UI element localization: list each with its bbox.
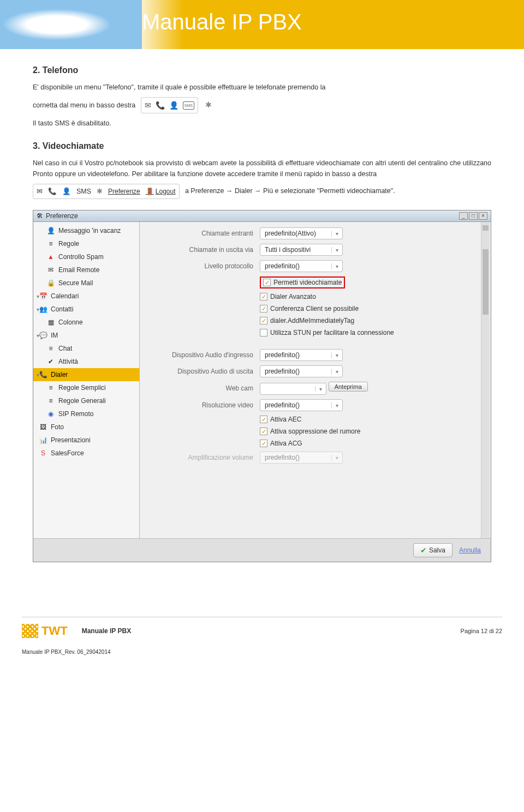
amplification-dropdown[interactable]: predefinito()▾ (260, 452, 343, 464)
text: Logout (156, 187, 176, 197)
sip-icon: ◉ (46, 410, 55, 418)
sidebar-item[interactable]: ◉SIP Remoto (33, 407, 139, 420)
label: Contatti (51, 305, 73, 313)
audio-out-dropdown[interactable]: predefinito()▾ (260, 365, 343, 377)
preview-button[interactable]: Anteprima (329, 382, 368, 392)
collapse-icon[interactable]: ▾ (37, 372, 39, 378)
collapse-icon[interactable]: ▾ (37, 333, 39, 339)
maximize-button[interactable]: □ (469, 212, 478, 220)
outgoing-calls-dropdown[interactable]: Tutti i dispositivi▾ (260, 244, 343, 256)
sidebar-item[interactable]: ≡Regole Semplici (33, 381, 139, 394)
preferences-main: Chiamate entrantipredefinito(Attivo)▾ Ch… (140, 222, 491, 538)
incoming-calls-dropdown[interactable]: predefinito(Attivo)▾ (260, 227, 343, 239)
addme-checkbox[interactable]: dialer.AddMeImmediatelyTag (260, 317, 480, 324)
mail-icon[interactable]: ✉ (145, 99, 151, 111)
cancel-link[interactable]: Annulla (459, 546, 481, 554)
webcam-dropdown[interactable]: ▾ (260, 383, 326, 395)
video-res-dropdown[interactable]: predefinito()▾ (260, 399, 343, 411)
sidebar-item-dialer[interactable]: ▾📞Dialer (33, 368, 139, 381)
dropdown-value: predefinito(Attivo) (260, 230, 331, 237)
aec-checkbox[interactable]: Attiva AEC (260, 416, 480, 423)
section-2-heading: 2. Telefono (33, 65, 491, 75)
label: Regole Semplici (58, 384, 106, 392)
sidebar-item[interactable]: ▾💬IM (33, 329, 139, 342)
close-button[interactable]: × (479, 212, 487, 220)
sidebar-item[interactable]: ≡Chat (33, 342, 139, 355)
sidebar-item[interactable]: ▾👥Contatti (33, 303, 139, 316)
audio-in-dropdown[interactable]: predefinito()▾ (260, 349, 343, 361)
chevron-down-icon: ▾ (331, 369, 342, 375)
person-icon[interactable]: 👤 (62, 186, 71, 197)
allow-videocall-checkbox[interactable]: Permetti videochiamate (263, 279, 342, 286)
chevron-down-icon: ▾ (331, 231, 342, 237)
scroll-arrow-up[interactable] (483, 225, 489, 231)
advanced-dialer-checkbox[interactable]: Dialer Avanzato (260, 293, 480, 300)
mini-toolbar-1: ✉ 📞 👤 SMS (141, 97, 198, 113)
sidebar-item[interactable]: 🔒Secure Mail (33, 276, 139, 290)
scroll-thumb[interactable] (483, 249, 489, 315)
im-icon: 💬 (39, 331, 47, 340)
columns-icon: ▦ (46, 318, 55, 327)
person-icon[interactable]: 👤 (169, 99, 178, 111)
twt-logo: TWT Manuale IP PBX (22, 624, 131, 638)
lines-icon: ≡ (46, 239, 55, 248)
footer-title: Manuale IP PBX (82, 627, 131, 635)
label: IM (51, 332, 58, 339)
lines-icon: ≡ (46, 396, 55, 405)
logo-mark (22, 624, 38, 638)
sidebar-item[interactable]: 🖼Foto (33, 420, 139, 434)
highlighted-checkbox: Permetti videochiamate (260, 276, 345, 288)
text: a Preferenze → Dialer → Più e selezionat… (185, 188, 395, 195)
chevron-down-icon: ▾ (331, 455, 342, 461)
protocol-level-dropdown[interactable]: predefinito()▾ (260, 260, 343, 272)
noise-checkbox[interactable]: Attiva soppressione del rumore (260, 428, 480, 435)
phone-icon[interactable]: 📞 (156, 99, 165, 111)
sidebar-item[interactable]: ✔Attività (33, 355, 139, 368)
label: Foto (51, 423, 64, 431)
text: E' disponibile un menu "Telefono", trami… (33, 83, 325, 91)
revision-text: Manuale IP PBX_Rev. 06_29042014 (22, 649, 502, 655)
mini-toolbar-2: ✉ 📞 👤 SMS ✱ Preferenze 🚪Logout (33, 184, 180, 199)
field-label: Risoluzione video (145, 401, 260, 409)
check-icon: ✔ (46, 357, 55, 366)
field-label: Web cam (145, 384, 260, 392)
preferences-sidebar: 👤Messaggio 'in vacanz ≡Regole ▲Controllo… (33, 222, 140, 538)
preferenze-link[interactable]: Preferenze (108, 187, 140, 197)
checkbox-label: Conferenza Client se possibile (270, 305, 359, 312)
label: Regole (58, 240, 79, 248)
header-cloud-image (0, 0, 142, 49)
sidebar-item[interactable]: 👤Messaggio 'in vacanz (33, 224, 139, 237)
acg-checkbox[interactable]: Attiva ACG (260, 440, 480, 447)
page-number: Pagina 12 di 22 (461, 628, 502, 634)
sidebar-item[interactable]: 📊Presentazioni (33, 434, 139, 447)
sidebar-item[interactable]: SSalesForce (33, 447, 139, 460)
sms-icon[interactable]: SMS (183, 101, 194, 110)
sidebar-item[interactable]: ≡Regole (33, 237, 139, 250)
collapse-icon[interactable]: ▾ (37, 293, 39, 299)
checkbox-label: Attiva AEC (270, 416, 301, 423)
checkbox-label: Utilizza STUN per facilitare la connessi… (270, 329, 394, 336)
stun-checkbox[interactable]: Utilizza STUN per facilitare la connessi… (260, 329, 480, 336)
lines-icon: ≡ (46, 344, 55, 353)
sidebar-item[interactable]: ✉Email Remote (33, 263, 139, 276)
client-conference-checkbox[interactable]: Conferenza Client se possibile (260, 305, 480, 312)
minimize-button[interactable]: _ (459, 212, 468, 220)
phone-icon[interactable]: 📞 (48, 186, 57, 197)
save-button[interactable]: ✔Salva (413, 543, 452, 557)
sidebar-item[interactable]: ▲Controllo Spam (33, 250, 139, 263)
window-title: Preferenze (46, 212, 78, 220)
checkbox-label: Permetti videochiamate (273, 279, 342, 286)
scrollbar[interactable] (481, 222, 490, 538)
calendar-icon: 📅 (39, 292, 47, 300)
sms-icon[interactable]: SMS (76, 186, 91, 197)
sidebar-item[interactable]: ▦Colonne (33, 316, 139, 329)
chevron-down-icon: ▾ (315, 386, 326, 392)
collapse-icon[interactable]: ▾ (37, 306, 39, 312)
header-title: Manuale IP PBX (142, 10, 302, 34)
gear-icon[interactable]: ✱ (205, 100, 212, 109)
sidebar-item[interactable]: ▾📅Calendari (33, 290, 139, 303)
mail-icon[interactable]: ✉ (37, 186, 43, 197)
sidebar-item[interactable]: ≡Regole Generali (33, 394, 139, 407)
label: Secure Mail (58, 279, 93, 287)
logout-link[interactable]: 🚪Logout (146, 187, 176, 197)
